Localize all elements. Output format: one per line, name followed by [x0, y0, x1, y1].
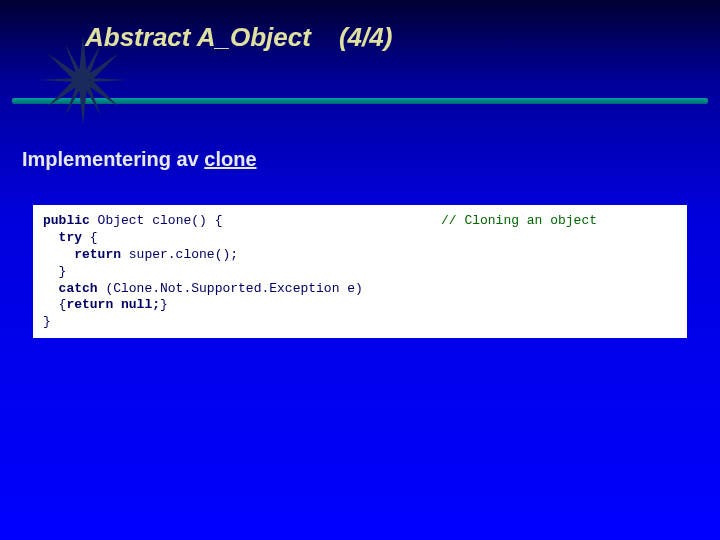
- code-line: {return null;}: [43, 297, 677, 314]
- code-block: // Cloning an object public Object clone…: [33, 205, 687, 338]
- code-line: }: [43, 314, 677, 331]
- code-line: catch (Clone.Not.Supported.Exception e): [43, 281, 677, 298]
- code-comment: // Cloning an object: [441, 213, 597, 230]
- slide-title: Abstract A_Object: [85, 22, 311, 53]
- code-line: return super.clone();: [43, 247, 677, 264]
- subtitle-prefix: Implementering av: [22, 148, 204, 170]
- code-line: try {: [43, 230, 677, 247]
- slide-title-bar: Abstract A_Object (4/4): [85, 22, 392, 53]
- code-line: }: [43, 264, 677, 281]
- slide-counter: (4/4): [339, 22, 392, 53]
- subtitle-emphasis: clone: [204, 148, 256, 170]
- subtitle: Implementering av clone: [22, 148, 257, 171]
